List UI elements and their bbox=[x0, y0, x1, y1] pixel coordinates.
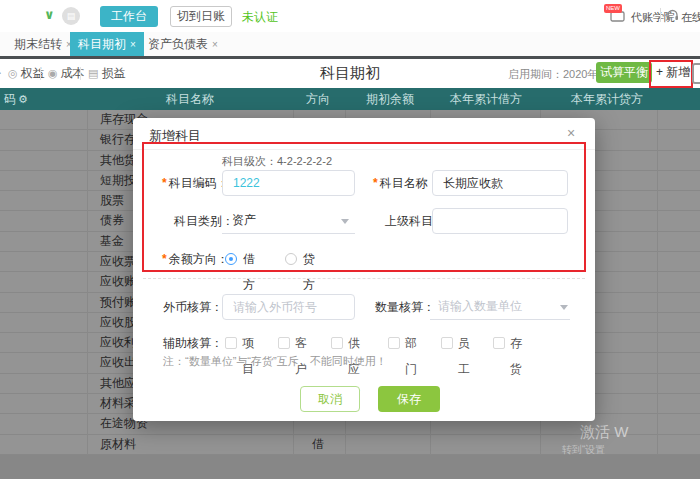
save-button[interactable]: 保存 bbox=[378, 386, 440, 412]
close-icon[interactable]: × bbox=[567, 125, 575, 141]
category-tab-pnl[interactable]: ▤损益 bbox=[88, 65, 125, 82]
equity-icon: ◎ bbox=[8, 67, 18, 79]
col-direction: 方向 bbox=[295, 88, 341, 110]
radio-debit[interactable] bbox=[225, 253, 237, 265]
close-icon[interactable]: × bbox=[130, 39, 136, 50]
subject-level-label: 科目级次：4-2-2-2-2-2 bbox=[222, 154, 332, 169]
modal-header: 新增科目 × bbox=[133, 118, 595, 150]
not-certified-status: 未认证 bbox=[242, 9, 278, 26]
activate-windows-watermark-sub: 转到“设置 bbox=[562, 443, 605, 457]
category-partial-icon: ◔ bbox=[0, 65, 5, 82]
required-star: * bbox=[162, 176, 167, 190]
category-select[interactable]: 资产 bbox=[222, 208, 355, 234]
divider bbox=[80, 67, 81, 80]
app-window: ∨ ▤ 工作台 切到日账 未认证 NEW 代账学院 在线 期末结转× 科目期初×… bbox=[0, 0, 700, 479]
table-header: 码 ⚙ 科目名称 方向 期初余额 本年累计借方 本年累计贷方 bbox=[0, 88, 700, 110]
aux-field-label: 辅助核算： bbox=[163, 330, 223, 356]
headset-icon[interactable] bbox=[666, 9, 679, 25]
cost-icon: ◉ bbox=[48, 67, 58, 79]
toolbar: ◔ ◎权益 ◉成本 ▤损益 科目期初 启用期间：2020年05月 试算平衡 + … bbox=[0, 59, 700, 88]
doc-circle-icon[interactable]: ▤ bbox=[62, 7, 80, 25]
add-subject-button[interactable]: + 新增 bbox=[656, 64, 690, 81]
new-badge: NEW bbox=[604, 4, 622, 13]
add-subject-modal: 新增科目 × 科目级次：4-2-2-2-2-2 *科目编码： *科目名称： 科目… bbox=[133, 118, 595, 421]
activate-windows-watermark: 激活 W bbox=[580, 423, 628, 442]
subject-code-input[interactable] bbox=[222, 170, 355, 196]
required-star: * bbox=[162, 252, 167, 266]
currency-field-label: 外币核算： bbox=[163, 294, 223, 320]
required-star: * bbox=[373, 176, 378, 190]
chevron-down-icon bbox=[341, 219, 349, 224]
divider bbox=[40, 67, 41, 80]
cancel-button[interactable]: 取消 bbox=[300, 386, 360, 412]
radio-credit[interactable] bbox=[285, 253, 297, 265]
tab-balance-sheet[interactable]: 资产负债表× bbox=[140, 32, 226, 56]
online-service-link[interactable]: 在线 bbox=[681, 10, 700, 25]
parent-subject-input[interactable] bbox=[432, 208, 568, 234]
quantity-field-label: 数量核算： bbox=[375, 294, 435, 320]
modal-title: 新增科目 bbox=[149, 127, 201, 145]
top-bar: ∨ ▤ 工作台 切到日账 未认证 NEW 代账学院 在线 bbox=[0, 0, 700, 32]
pnl-icon: ▤ bbox=[88, 67, 98, 79]
direction-field-label: *余额方向： bbox=[162, 246, 229, 272]
trial-balance-button[interactable]: 试算平衡 bbox=[596, 62, 652, 83]
tab-opening-balance[interactable]: 科目期初× bbox=[70, 32, 144, 56]
tab-period-end-carryover[interactable]: 期末结转× bbox=[6, 32, 80, 56]
divider bbox=[143, 278, 585, 279]
tab-bar: 期末结转× 科目期初× 资产负债表× bbox=[0, 32, 700, 56]
col-credit-ytd: 本年累计贷方 bbox=[561, 88, 653, 110]
gear-icon[interactable]: ⚙ bbox=[18, 88, 28, 110]
subject-name-input[interactable] bbox=[432, 170, 568, 196]
code-field-label: *科目编码： bbox=[162, 170, 229, 196]
close-icon[interactable]: × bbox=[212, 39, 218, 50]
name-field-label: *科目名称： bbox=[373, 170, 440, 196]
col-opening-balance: 期初余额 bbox=[355, 88, 425, 110]
mutual-exclusion-note: 注：“数量单位”与“存货”互斥，不能同时使用！ bbox=[163, 354, 387, 369]
quantity-unit-select[interactable]: 请输入数量单位 bbox=[430, 294, 570, 320]
foreign-currency-input[interactable] bbox=[222, 294, 355, 320]
switch-daily-ledger-button[interactable]: 切到日账 bbox=[170, 6, 232, 27]
col-subject-name: 科目名称 bbox=[140, 88, 240, 110]
workbench-button[interactable]: 工作台 bbox=[100, 6, 158, 27]
divider bbox=[660, 8, 661, 22]
chevron-down-icon[interactable]: ∨ bbox=[44, 7, 55, 22]
col-code: 码 bbox=[4, 88, 16, 110]
export-icon[interactable] bbox=[692, 63, 700, 84]
chevron-down-icon bbox=[560, 305, 568, 310]
col-debit-ytd: 本年累计借方 bbox=[440, 88, 532, 110]
